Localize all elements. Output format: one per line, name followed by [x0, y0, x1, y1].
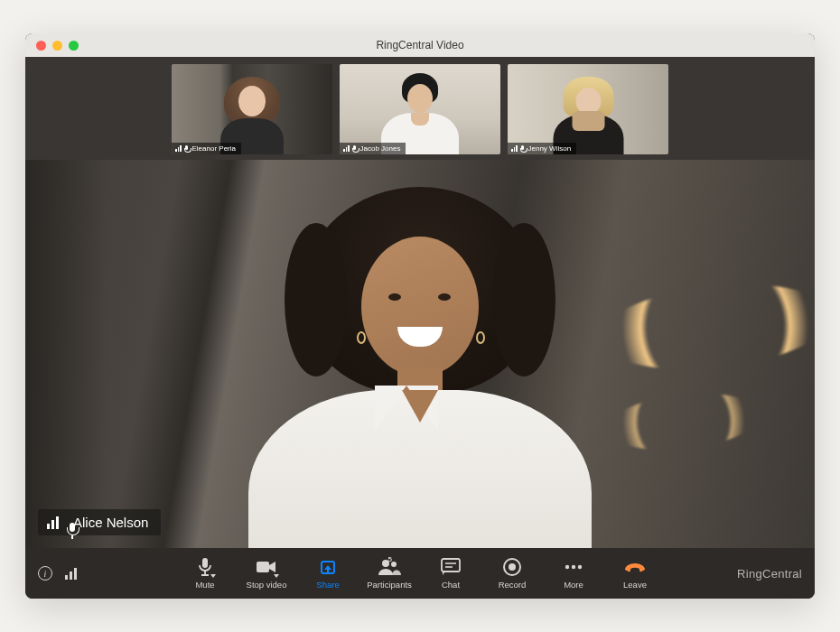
button-label: Stop video	[247, 580, 287, 590]
participant-name: Jacob Jones	[360, 144, 401, 153]
mute-button[interactable]: Mute	[177, 557, 233, 590]
titlebar: RingCentral Video	[25, 33, 815, 57]
signal-icon	[511, 145, 518, 152]
participant-thumbnails: Eleanor Peria Jacob Jones	[25, 57, 815, 160]
participant-label: Jenny Wilson	[508, 143, 576, 154]
participant-video	[172, 64, 332, 154]
record-button[interactable]: Record	[484, 557, 540, 590]
info-button[interactable]: i	[38, 566, 52, 581]
microphone-icon	[184, 145, 190, 153]
svg-rect-3	[257, 562, 269, 572]
svg-rect-6	[442, 559, 460, 572]
microphone-icon	[352, 145, 358, 153]
participant-name: Eleanor Peria	[192, 144, 236, 153]
brand-label: RingCentral	[703, 567, 802, 581]
share-button[interactable]: Share	[300, 557, 356, 590]
more-button[interactable]: More	[546, 557, 602, 590]
main-speaker-video[interactable]: Alice Nelson	[25, 160, 815, 548]
svg-rect-0	[202, 558, 208, 568]
participant-label: Jacob Jones	[340, 143, 406, 154]
chevron-down-icon	[210, 574, 216, 578]
button-label: Chat	[442, 580, 460, 590]
chat-button[interactable]: Chat	[423, 557, 479, 590]
signal-icon	[343, 145, 350, 152]
svg-point-11	[565, 565, 569, 569]
participants-button[interactable]: 5 Participants	[361, 557, 417, 590]
button-label: Participants	[367, 580, 412, 590]
video-frame	[25, 160, 815, 548]
svg-point-10	[509, 563, 516, 571]
window-title: RingCentral Video	[25, 39, 815, 51]
speaker-label: Alice Nelson	[38, 509, 161, 535]
participants-count-badge: 5	[388, 555, 392, 563]
participant-video	[508, 64, 668, 154]
participant-thumbnail[interactable]: Jacob Jones	[340, 64, 500, 154]
share-screen-icon	[321, 557, 335, 577]
microphone-icon	[196, 557, 214, 577]
app-window: RingCentral Video Eleanor Peria	[25, 33, 815, 599]
meeting-toolbar: i Mute Stop video	[25, 548, 815, 599]
hangup-icon	[623, 557, 647, 577]
participant-thumbnail[interactable]: Eleanor Peria	[172, 64, 332, 154]
button-label: Mute	[195, 580, 214, 590]
record-icon	[502, 557, 522, 577]
button-label: More	[564, 580, 583, 590]
microphone-icon	[520, 145, 526, 153]
button-label: Share	[316, 580, 339, 590]
connection-quality-button[interactable]	[65, 568, 77, 580]
button-label: Leave	[623, 580, 647, 590]
participant-video	[340, 64, 500, 154]
stop-video-button[interactable]: Stop video	[238, 557, 294, 590]
window-maximize-button[interactable]	[69, 41, 79, 51]
window-close-button[interactable]	[36, 41, 46, 51]
window-minimize-button[interactable]	[52, 41, 62, 51]
svg-point-12	[572, 565, 575, 569]
traffic-lights	[25, 41, 79, 51]
more-icon	[564, 557, 583, 577]
participant-name: Jenny Wilson	[528, 144, 572, 153]
video-camera-icon	[256, 557, 277, 577]
signal-icon	[175, 145, 182, 152]
button-label: Record	[499, 580, 527, 590]
svg-point-13	[578, 565, 582, 569]
participant-thumbnail[interactable]: Jenny Wilson	[508, 64, 668, 154]
signal-icon	[47, 516, 59, 529]
participants-icon: 5	[378, 557, 401, 577]
speaker-name: Alice Nelson	[73, 515, 148, 530]
leave-button[interactable]: Leave	[607, 557, 663, 590]
chevron-down-icon	[274, 574, 279, 578]
chat-icon	[441, 557, 461, 577]
participant-label: Eleanor Peria	[172, 143, 241, 154]
